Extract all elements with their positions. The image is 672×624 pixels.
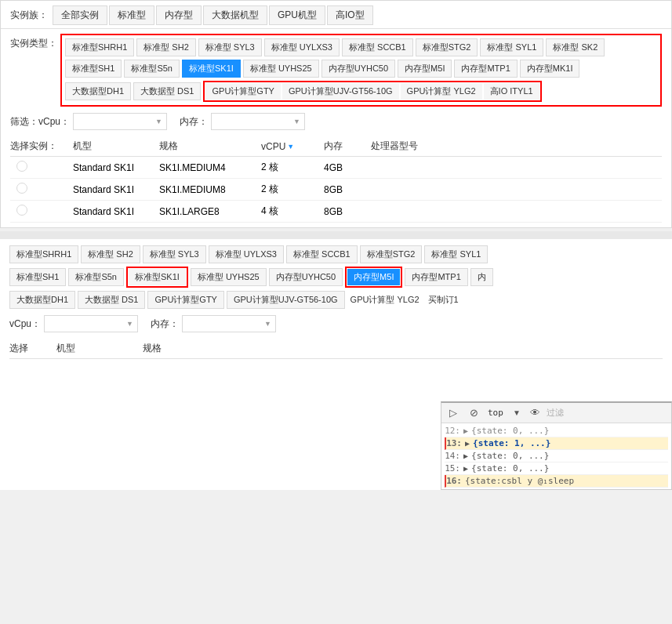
devtools-panel: ▷ ⊘ top ▼ 👁 过滤 12: ▶ {state: 0, ...} 13:… <box>441 401 672 490</box>
bot-btn-sh1[interactable]: 标准型SH1 <box>9 268 66 286</box>
inst-btn-mtp1[interactable]: 内存型MTP1 <box>454 60 517 78</box>
tab-highio[interactable]: 高IO型 <box>327 5 373 25</box>
bot-btn-mtp1[interactable]: 内存型MTP1 <box>405 268 467 286</box>
devtools-eye-icon: 👁 <box>530 407 540 419</box>
bot-btn-ds1[interactable]: 大数据型 DS1 <box>78 291 145 309</box>
inst-btn-sk2[interactable]: 标准型 SK2 <box>546 38 605 56</box>
table-col-mem: 内存 <box>324 140 371 153</box>
row2-type: Standard SK1I <box>73 184 159 195</box>
instance-type-label: 实例类型： <box>10 34 57 50</box>
bot-btn-sk1i[interactable]: 标准型SK1I <box>129 269 186 285</box>
inst-btn-shrh1[interactable]: 标准型SHRH1 <box>65 38 134 56</box>
inst-btn-syl3[interactable]: 标准型 SYL3 <box>198 38 262 56</box>
tab-bigdata[interactable]: 大数据机型 <box>203 5 267 25</box>
row1-type: Standard SK1I <box>73 162 159 173</box>
bot-btn-sccb1[interactable]: 标准型 SCCB1 <box>286 245 358 263</box>
row1-spec: SK1I.MEDIUM4 <box>159 162 261 173</box>
table-col-proc: 处理器型号 <box>371 140 449 153</box>
inst-btn-m5i-top[interactable]: 内存型M5I <box>398 60 452 78</box>
radio-1[interactable] <box>16 161 27 172</box>
filter-mem-label: 内存： <box>180 115 208 129</box>
bot-btn-gty2[interactable]: GPU计算型GTY <box>147 291 223 309</box>
console-line-13[interactable]: 13: ▶ {state: 1, ...} <box>445 437 668 450</box>
bot-filter-vcpu-label: vCpu： <box>9 317 41 331</box>
inst-btn-gty[interactable]: GPU计算型GTY <box>205 83 280 100</box>
inst-btn-sccb1[interactable]: 标准型 SCCB1 <box>342 38 413 56</box>
row2-spec: SK1I.MEDIUM8 <box>159 184 261 195</box>
bot-overlap-text2: 买制订1 <box>425 292 462 307</box>
console-line-14[interactable]: 14: ▶ {state: 0, ...} <box>445 450 668 463</box>
bot-btn-uyhs25[interactable]: 标准型 UYHS25 <box>191 268 267 286</box>
bot-filter-mem-select[interactable] <box>182 315 276 332</box>
bot-overlap-text: GPU计算型 YLG2 <box>347 292 423 307</box>
filter-mem-select[interactable] <box>211 113 305 130</box>
bot-filter-vcpu-select[interactable] <box>44 315 138 332</box>
row2-vcpu: 2 核 <box>261 183 324 196</box>
console-line-12[interactable]: 12: ▶ {state: 0, ...} <box>445 425 668 437</box>
sort-icon: ▼ <box>287 143 294 151</box>
bot-btn-m5i[interactable]: 内存型M5I <box>347 269 400 285</box>
inst-btn-uyhs25[interactable]: 标准型 UYHS25 <box>243 60 319 78</box>
console-line-15[interactable]: 15: ▶ {state: 0, ...} <box>445 463 668 475</box>
bot-btn-s5n[interactable]: 标准型S5n <box>68 268 124 286</box>
bot-btn-dh1[interactable]: 大数据型DH1 <box>9 291 75 309</box>
example-label: 实例族： <box>10 9 48 22</box>
filter-vcpu-select[interactable] <box>73 113 167 130</box>
inst-btn-stg2[interactable]: 标准型STG2 <box>416 38 478 56</box>
devtools-dropdown-btn[interactable]: ▼ <box>510 407 524 419</box>
inst-btn-sh2[interactable]: 标准型 SH2 <box>136 38 195 56</box>
bot-col-spec: 规格 <box>143 342 245 355</box>
bot-btn-gt56-2[interactable]: GPU计算型UJV-GT56-10G <box>227 291 345 309</box>
bot-btn-shrh1[interactable]: 标准型SHRH1 <box>9 245 78 263</box>
row1-mem: 4GB <box>324 162 371 173</box>
inst-btn-ityl1[interactable]: 高IO ITYL1 <box>484 83 539 100</box>
radio-3[interactable] <box>16 205 27 216</box>
tab-all-instances[interactable]: 全部实例 <box>53 5 107 25</box>
tab-gpu[interactable]: GPU机型 <box>269 5 325 25</box>
inst-btn-mk1i[interactable]: 内存型MK1I <box>520 60 580 78</box>
inst-btn-sh1[interactable]: 标准型SH1 <box>65 60 122 78</box>
inst-btn-dh1[interactable]: 大数据型DH1 <box>65 82 131 100</box>
bot-btn-uyhc50[interactable]: 内存型UYHC50 <box>269 268 343 286</box>
devtools-block-btn[interactable]: ⊘ <box>467 405 481 420</box>
console-line-16[interactable]: 16: {state:csbl y @₁sleep <box>445 475 668 488</box>
table-header-select-instance: 选择实例： <box>10 140 73 153</box>
row1-vcpu: 2 核 <box>261 161 324 174</box>
bot-btn-syl1[interactable]: 标准型 SYL1 <box>424 245 488 263</box>
bot-filter-mem-label: 内存： <box>151 317 179 331</box>
bot-col-type: 机型 <box>56 342 143 355</box>
bot-btn-stg2[interactable]: 标准型STG2 <box>360 245 423 263</box>
inst-btn-s5n[interactable]: 标准型S5n <box>124 60 180 78</box>
bot-btn-uylxs3[interactable]: 标准型 UYLXS3 <box>209 245 284 263</box>
radio-2[interactable] <box>16 183 27 194</box>
bot-btn-extra[interactable]: 内 <box>470 268 493 286</box>
devtools-panel-btn[interactable]: ▷ <box>446 405 460 420</box>
table-row[interactable]: Standard SK1I SK1I.MEDIUM4 2 核 4GB <box>10 157 662 179</box>
table-row[interactable]: Standard SK1I SK1I.LARGE8 4 核 8GB <box>10 201 662 223</box>
devtools-filter-label: 过滤 <box>547 407 564 419</box>
bot-btn-syl3[interactable]: 标准型 SYL3 <box>143 245 206 263</box>
inst-btn-ylg2[interactable]: GPU计算型 YLG2 <box>401 83 482 100</box>
table-col-vcpu: vCPU ▼ <box>261 141 324 152</box>
row3-type: Standard SK1I <box>73 206 159 217</box>
table-col-spec: 规格 <box>159 140 261 153</box>
filter-vcpu-label: 筛选：vCpu： <box>10 115 70 129</box>
inst-btn-sk1i-top[interactable]: 标准型SK1I <box>182 60 241 78</box>
inst-btn-uylxs3[interactable]: 标准型 UYLXS3 <box>264 38 340 56</box>
devtools-top-label: top <box>488 408 503 418</box>
row2-mem: 8GB <box>324 184 371 195</box>
row3-vcpu: 4 核 <box>261 205 324 218</box>
tab-memory[interactable]: 内存型 <box>156 5 202 25</box>
row3-spec: SK1I.LARGE8 <box>159 206 261 217</box>
tab-standard[interactable]: 标准型 <box>109 5 154 25</box>
table-col-type: 机型 <box>73 140 159 153</box>
bot-col-select: 选择 <box>9 342 56 355</box>
inst-btn-ds1[interactable]: 大数据型 DS1 <box>133 82 201 100</box>
inst-btn-syl1[interactable]: 标准型 SYL1 <box>480 38 543 56</box>
inst-btn-uyhc50[interactable]: 内存型UYHC50 <box>321 60 395 78</box>
row3-mem: 8GB <box>324 206 371 217</box>
inst-btn-gt56[interactable]: GPU计算型UJV-GT56-10G <box>282 83 399 100</box>
table-row[interactable]: Standard SK1I SK1I.MEDIUM8 2 核 8GB <box>10 179 662 201</box>
bot-btn-sh2[interactable]: 标准型 SH2 <box>81 245 140 263</box>
